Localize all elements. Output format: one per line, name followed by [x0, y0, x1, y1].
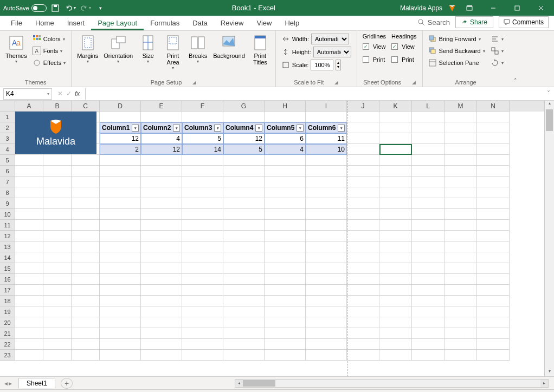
- save-icon[interactable]: [49, 2, 62, 15]
- cell[interactable]: [265, 339, 306, 350]
- cell[interactable]: [379, 198, 412, 209]
- cell[interactable]: [100, 220, 141, 231]
- cell[interactable]: [182, 263, 223, 274]
- cell[interactable]: [141, 328, 182, 339]
- maximize-button[interactable]: [506, 0, 528, 16]
- row-header[interactable]: 7: [0, 177, 15, 187]
- cell[interactable]: Column2▾: [141, 122, 182, 133]
- cell[interactable]: [265, 187, 306, 198]
- cell[interactable]: [223, 177, 265, 187]
- cell[interactable]: [445, 133, 477, 144]
- select-all-corner[interactable]: [0, 101, 15, 112]
- cell[interactable]: 14: [182, 144, 223, 155]
- cell[interactable]: [412, 263, 445, 274]
- cell[interactable]: [445, 112, 477, 122]
- cell[interactable]: [477, 350, 510, 361]
- cell[interactable]: [477, 263, 510, 274]
- cell[interactable]: [141, 306, 182, 317]
- cell[interactable]: [347, 177, 379, 187]
- cell[interactable]: [412, 187, 445, 198]
- cell[interactable]: [412, 317, 445, 328]
- selection-pane-button[interactable]: Selection Pane: [426, 57, 487, 69]
- expand-formula-bar[interactable]: ˅: [543, 90, 554, 97]
- cell[interactable]: [306, 263, 347, 274]
- gridlines-print-checkbox[interactable]: Print: [360, 54, 388, 66]
- cell[interactable]: [445, 198, 477, 209]
- filter-button[interactable]: ▾: [214, 125, 221, 132]
- cell[interactable]: [379, 177, 412, 187]
- cell[interactable]: [182, 339, 223, 350]
- cell[interactable]: [306, 296, 347, 306]
- cell[interactable]: [347, 296, 379, 306]
- cell[interactable]: [306, 285, 347, 296]
- cell[interactable]: [412, 328, 445, 339]
- cell[interactable]: [347, 209, 379, 220]
- cell[interactable]: [477, 166, 510, 177]
- cell[interactable]: [347, 306, 379, 317]
- cell[interactable]: [72, 252, 100, 263]
- cell[interactable]: [379, 144, 412, 155]
- cell[interactable]: [347, 350, 379, 361]
- cell[interactable]: [445, 317, 477, 328]
- cell[interactable]: [379, 306, 412, 317]
- breaks-button[interactable]: Breaks▾: [186, 33, 210, 65]
- cell[interactable]: [15, 252, 43, 263]
- cell[interactable]: [445, 209, 477, 220]
- cell[interactable]: [477, 231, 510, 241]
- cell[interactable]: [72, 187, 100, 198]
- search-box[interactable]: Search: [417, 18, 450, 27]
- name-box[interactable]: K4▾: [3, 88, 52, 100]
- cell[interactable]: [347, 122, 379, 133]
- cell[interactable]: [412, 241, 445, 252]
- cell[interactable]: Column4▾: [223, 122, 265, 133]
- cell[interactable]: [347, 133, 379, 144]
- cell[interactable]: [379, 155, 412, 166]
- cell[interactable]: [306, 241, 347, 252]
- cell[interactable]: 12: [100, 133, 141, 144]
- cell[interactable]: [182, 296, 223, 306]
- size-button[interactable]: Size▾: [136, 33, 160, 65]
- cell[interactable]: [265, 306, 306, 317]
- cell[interactable]: [100, 187, 141, 198]
- cell[interactable]: [15, 198, 43, 209]
- cell[interactable]: [15, 231, 43, 241]
- enter-formula-icon[interactable]: ✓: [66, 90, 72, 97]
- cell[interactable]: [223, 317, 265, 328]
- cell[interactable]: [445, 166, 477, 177]
- row-header[interactable]: 23: [0, 350, 15, 361]
- cell[interactable]: [43, 209, 72, 220]
- cell[interactable]: [15, 274, 43, 285]
- row-header[interactable]: 19: [0, 306, 15, 317]
- cell[interactable]: [100, 231, 141, 241]
- cell[interactable]: [477, 209, 510, 220]
- cell[interactable]: [445, 177, 477, 187]
- cell[interactable]: [306, 198, 347, 209]
- cell[interactable]: [15, 209, 43, 220]
- cell[interactable]: [223, 328, 265, 339]
- cell[interactable]: [223, 274, 265, 285]
- cell[interactable]: [306, 155, 347, 166]
- cell[interactable]: [72, 166, 100, 177]
- cell[interactable]: [223, 339, 265, 350]
- cell[interactable]: [182, 274, 223, 285]
- cell[interactable]: [15, 187, 43, 198]
- cell[interactable]: [265, 350, 306, 361]
- cell[interactable]: [100, 296, 141, 306]
- themes-button[interactable]: Aa Themes▾: [3, 33, 29, 65]
- cell[interactable]: [72, 209, 100, 220]
- cell[interactable]: [265, 209, 306, 220]
- scale-control[interactable]: Scale: ▴▾: [279, 59, 353, 71]
- column-header[interactable]: C: [72, 101, 100, 112]
- cell[interactable]: [72, 155, 100, 166]
- cell[interactable]: [100, 285, 141, 296]
- cell[interactable]: [306, 231, 347, 241]
- cell[interactable]: [379, 328, 412, 339]
- cell[interactable]: [477, 133, 510, 144]
- row-header[interactable]: 10: [0, 209, 15, 220]
- cell[interactable]: [412, 252, 445, 263]
- cell[interactable]: [379, 350, 412, 361]
- cell[interactable]: 2: [100, 144, 141, 155]
- row-header[interactable]: 6: [0, 166, 15, 177]
- cell[interactable]: [15, 339, 43, 350]
- cell[interactable]: [445, 155, 477, 166]
